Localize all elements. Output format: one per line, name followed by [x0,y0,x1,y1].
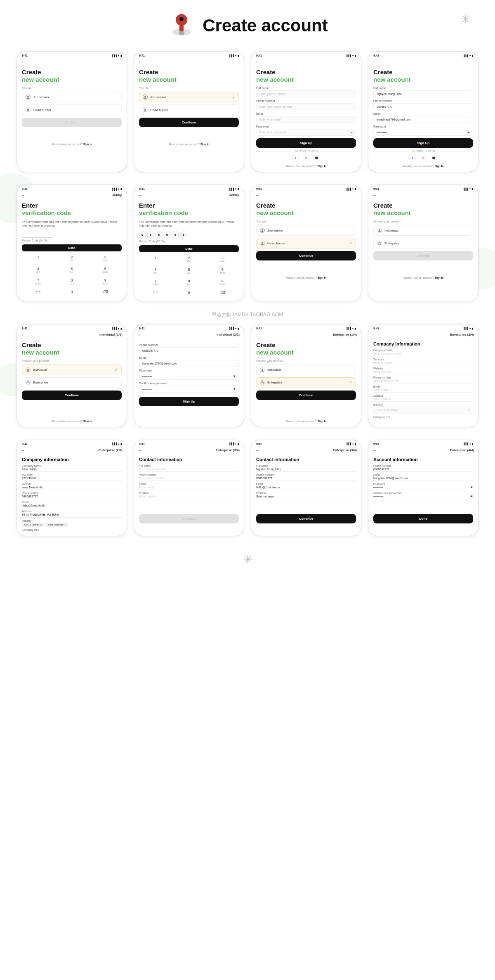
key-3-6[interactable]: 3DEF [206,254,239,265]
key-9-6[interactable]: 9WXYZ [206,277,239,288]
back-arrow-8[interactable]: ← [372,193,377,197]
back-arrow-9[interactable]: ← [21,332,25,337]
option-headhunter-7[interactable]: Head hunter ✓ [256,238,356,249]
sign-in-8[interactable]: Sign In [435,276,444,279]
cf-email-16[interactable]: trunghieu1794@gmail.com [373,477,473,481]
key-4-6[interactable]: 4GHI [139,265,172,276]
continue-btn-7[interactable]: Continue [256,251,356,260]
continue-btn-11[interactable]: Continue [256,391,356,400]
f-confirm-10[interactable]: •••••••••• 👁 [139,386,239,393]
key-2-5[interactable]: 2ABC [55,253,88,264]
cf-name-13[interactable]: 1mw studio [22,468,122,472]
key-0-6[interactable]: 0 [172,289,205,297]
back-arrow-15[interactable]: ← [255,448,259,452]
field-email-4[interactable]: trunghieu1794@gmail.com [373,116,473,123]
key-8-5[interactable]: 8TUV [55,276,88,287]
option-enterprise-8[interactable]: Enterprise [373,238,473,249]
continue-btn-9[interactable]: Continue [22,391,122,400]
key-3-5[interactable]: 3DEF [89,253,122,264]
key-5-5[interactable]: 5JKL [55,265,88,275]
cf-fullname-14[interactable]: Enter company name [139,468,239,472]
cf-position-14[interactable]: Enter position [139,495,239,499]
key-4-5[interactable]: 4GHI [22,265,54,275]
option-headhunter-2[interactable]: Head hunter [139,104,239,115]
signup-btn-10[interactable]: Sign Up [139,397,239,406]
back-arrow-7[interactable]: ← [255,193,259,197]
key-7-5[interactable]: 7PQRS [22,276,54,287]
key-6-6[interactable]: 6MNO [206,265,239,276]
back-arrow-4[interactable]: ← [372,59,377,64]
option-jobseeker-1[interactable]: Job seeker [22,92,122,102]
back-arrow-11[interactable]: ← [255,332,259,337]
continue-btn-1[interactable]: Continue [22,118,122,127]
cf-email-14[interactable]: Enter email [139,486,239,490]
tag-x-uiux-13[interactable]: × [40,523,42,526]
cf-name-12[interactable]: Enter company name [373,352,473,356]
back-arrow-10[interactable]: ← [138,332,142,337]
continue-btn-2[interactable]: Continue [139,118,239,127]
code-cursor-5[interactable] [22,232,52,237]
google-icon-3[interactable]: G [303,155,309,161]
field-phone-4[interactable]: 0885697777 [373,103,473,110]
f-phone-10[interactable]: 0885697777 [139,347,239,354]
tag-ui-13[interactable]: User Interface × [45,523,68,527]
cf-phone-13[interactable]: 0885697777 [22,495,122,499]
f-pass-10[interactable]: •••••••••• 👁 [139,373,239,380]
back-arrow-3[interactable]: ← [255,59,259,64]
facebook-icon-3[interactable]: f [292,155,299,161]
option-jobseeker-7[interactable]: Job seeker [256,225,356,236]
cf-phone-14[interactable]: Enter phone number [139,477,239,481]
key-0-5[interactable]: 0 [55,288,88,296]
field-fullname-4[interactable]: Nguyen Trung Hieu [373,90,473,97]
facebook-icon-4[interactable]: f [409,155,416,161]
cf-fullname-15[interactable]: Nguyen Trung Hieu [256,468,356,472]
tag-uiux-13[interactable]: UI/UX Design × [22,523,44,527]
field-fullname-3[interactable]: Enter your full name [256,90,356,97]
field-phone-3[interactable]: Enter your phone number [256,103,356,110]
key-5-6[interactable]: 5JKL [172,265,205,276]
signup-btn-3[interactable]: Sign Up [256,138,356,148]
sign-in-11[interactable]: Sign In [318,420,327,423]
f-email-10[interactable]: trunghieu1794@gmail.com [139,360,239,367]
sign-in-4[interactable]: Sign In [435,165,444,168]
key-star-5[interactable]: * # [22,288,54,296]
key-6-5[interactable]: 6MNO [89,265,122,275]
cf-phone-15[interactable]: 0885697777 [256,477,356,481]
key-del-6[interactable]: ⌫ [206,289,239,297]
option-individual-11[interactable]: Individual [256,365,356,375]
cf-addr-13[interactable]: 99 Lý Thường Kiệt, Hải Bồng [22,513,122,518]
key-2-6[interactable]: 2ABC [172,254,205,265]
field-pass-3[interactable]: Enter your password 👁 [256,129,356,136]
key-9-5[interactable]: 9WXYZ [89,276,122,287]
option-jobseeker-2[interactable]: Job seeker ✓ [139,92,239,102]
option-enterprise-11[interactable]: Enterprise ✓ [256,377,356,388]
done-btn-6[interactable]: Done [139,245,239,252]
back-arrow-5[interactable]: ← [21,193,25,197]
continue-btn-15[interactable]: Continue [256,514,356,523]
key-1-6[interactable]: 1 [139,254,172,265]
continue-btn-8[interactable]: Continue [373,251,473,260]
back-arrow-16[interactable]: ← [372,448,377,452]
cf-email-15[interactable]: hello@1mw.studio [256,486,356,490]
key-del-5[interactable]: ⌫ [89,288,122,296]
option-individual-9[interactable]: Individual ✓ [22,365,122,375]
cf-web-12[interactable]: Enter website [373,370,473,374]
back-arrow-1[interactable]: ← [21,59,25,64]
field-pass-4[interactable]: •••••••••• 👁 [373,129,473,136]
apple-icon-4[interactable] [431,155,437,161]
cf-tax-12[interactable]: Enter tax code [373,361,473,365]
cf-phone-16[interactable]: 0885697777 [373,468,473,472]
key-8-6[interactable]: 8TUV [172,277,205,288]
tag-x-ui-13[interactable]: × [64,523,66,526]
cf-confirm-16[interactable]: •••••••••• 👁 [373,495,473,499]
back-arrow-14[interactable]: ← [138,448,142,452]
key-1-5[interactable]: 1 [22,253,54,264]
option-headhunter-1[interactable]: Head hunter [22,104,122,115]
google-icon-4[interactable]: G [420,155,427,161]
sign-in-2[interactable]: Sign In [200,143,210,146]
sign-in-9[interactable]: Sign In [83,420,92,423]
option-enterprise-9[interactable]: Enterprise [22,377,122,388]
back-arrow-2[interactable]: ← [138,59,142,64]
resend-5[interactable]: Resend Code (00:59) [22,239,122,242]
option-individual-8[interactable]: Individual [373,225,473,236]
